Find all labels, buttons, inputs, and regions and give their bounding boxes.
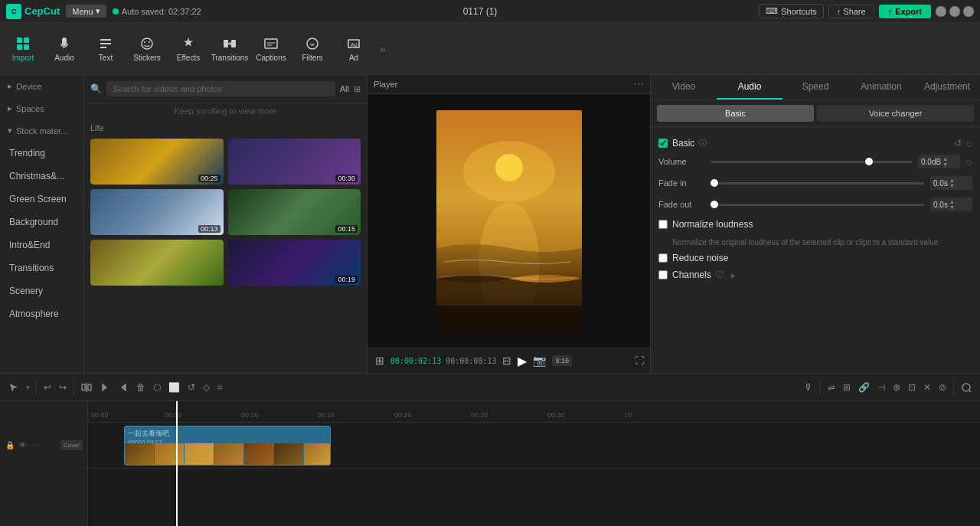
export-button[interactable]: ↑ Export bbox=[879, 5, 931, 18]
sidebar-item-atmosphere[interactable]: Atmosphere bbox=[0, 302, 83, 325]
media-thumb-3[interactable]: 00:13 bbox=[90, 189, 224, 235]
sidebar-item-transitions[interactable]: Transitions bbox=[0, 256, 83, 279]
tab-speed[interactable]: Speed bbox=[782, 75, 848, 100]
autosave-status: Auto saved: 02:37:22 bbox=[113, 7, 201, 16]
timeline-right-controls: 🎙 ⇌ ⊞ 🔗 ⊣ ⊕ ⊡ ✕ ⊘ bbox=[802, 380, 974, 395]
volume-slider[interactable] bbox=[710, 161, 912, 163]
tool-text[interactable]: Text bbox=[86, 26, 126, 72]
sidebar-section-device[interactable]: ▸ Device bbox=[0, 75, 83, 97]
tl-select-tool[interactable] bbox=[6, 380, 21, 395]
basic-checkbox[interactable] bbox=[658, 139, 668, 148]
tl-delete-button[interactable]: 🗑 bbox=[134, 380, 148, 395]
volume-diamond-button[interactable]: ◇ bbox=[966, 158, 972, 166]
tl-mute-button[interactable]: ⊘ bbox=[936, 380, 949, 395]
tool-effects[interactable]: Effects bbox=[168, 26, 208, 72]
filter-button[interactable]: ⊞ bbox=[354, 84, 361, 94]
player-segments-button[interactable]: ⊟ bbox=[501, 353, 513, 368]
track-cover-button[interactable]: Cover bbox=[60, 440, 83, 450]
tool-captions[interactable]: Captions bbox=[251, 26, 291, 72]
tl-trim-start-button[interactable] bbox=[97, 380, 113, 395]
basic-reset-button[interactable]: ↺ bbox=[954, 138, 962, 149]
tab-video[interactable]: Video bbox=[651, 75, 717, 100]
media-thumb-2[interactable]: 00:30 bbox=[228, 139, 361, 185]
tl-crop-button[interactable]: ⬡ bbox=[151, 380, 163, 395]
normalize-checkbox[interactable] bbox=[658, 220, 668, 229]
tl-link-button[interactable]: 🔗 bbox=[856, 380, 872, 395]
sidebar-item-intro-end[interactable]: Intro&End bbox=[0, 234, 83, 256]
tab-adjustment[interactable]: Adjustment bbox=[914, 75, 980, 100]
tool-import[interactable]: Import bbox=[3, 26, 43, 72]
fade-out-spin-up[interactable]: ▲ bbox=[949, 199, 955, 204]
wave-overlay bbox=[436, 286, 582, 332]
tl-pip-button[interactable]: ⊞ bbox=[841, 380, 853, 395]
channels-checkbox[interactable] bbox=[658, 270, 668, 279]
tl-trim-end-button[interactable] bbox=[116, 380, 131, 395]
tl-remove-button[interactable]: ✕ bbox=[921, 380, 933, 395]
tool-audio[interactable]: Audio bbox=[44, 26, 84, 72]
chevron-right-icon: ▸ bbox=[8, 81, 12, 91]
tool-ad[interactable]: Ad Ad bbox=[334, 26, 374, 72]
close-button[interactable] bbox=[963, 6, 974, 17]
fade-in-spin-up[interactable]: ▲ bbox=[949, 178, 955, 183]
tl-freeze-button[interactable]: ⬜ bbox=[166, 380, 182, 395]
share-button[interactable]: ↑ Share bbox=[828, 5, 874, 18]
volume-spin-down[interactable]: ▼ bbox=[942, 162, 948, 167]
clip-block[interactable]: 一起去看海吧 00000:08:13 bbox=[124, 426, 331, 466]
sidebar-item-christmas[interactable]: Christmas&... bbox=[0, 165, 83, 188]
search-input[interactable] bbox=[106, 81, 335, 96]
maximize-button[interactable] bbox=[949, 6, 960, 17]
player-menu-button[interactable]: ⋯ bbox=[633, 78, 644, 90]
tl-mic-button[interactable]: 🎙 bbox=[802, 380, 815, 395]
sidebar-item-trending[interactable]: Trending bbox=[0, 142, 83, 165]
player-camera-button[interactable]: 📷 bbox=[531, 353, 547, 368]
tl-grid-button[interactable]: ⌗ bbox=[215, 380, 225, 395]
reduce-noise-checkbox[interactable] bbox=[658, 253, 668, 263]
tool-filters[interactable]: Filters bbox=[292, 26, 332, 72]
tl-mirror-button[interactable]: ◇ bbox=[201, 380, 212, 395]
tool-transitions[interactable]: Transitions bbox=[210, 26, 250, 72]
media-thumb-4[interactable]: 00:15 bbox=[228, 189, 361, 235]
sidebar-item-background[interactable]: Background bbox=[0, 211, 83, 234]
fade-in-spin-down[interactable]: ▼ bbox=[949, 183, 955, 188]
right-buttons: ⌨ Shortcuts ↑ Share ↑ Export bbox=[759, 4, 974, 18]
tab-audio[interactable]: Audio bbox=[717, 75, 782, 100]
tl-redo-button[interactable]: ↪ bbox=[57, 380, 69, 395]
track-more-button[interactable]: ··· bbox=[31, 440, 38, 450]
channels-label: Channels bbox=[672, 270, 711, 280]
tool-stickers[interactable]: Stickers bbox=[127, 26, 167, 72]
basic-diamond-button[interactable]: ◇ bbox=[966, 139, 972, 148]
toolbar-more-button[interactable]: » bbox=[375, 26, 390, 72]
track-lock-button[interactable]: 🔒 bbox=[5, 440, 15, 450]
fade-out-slider[interactable] bbox=[710, 204, 924, 206]
tl-zoom-fit-button[interactable] bbox=[959, 380, 974, 395]
player-play-button[interactable]: ▶ bbox=[518, 354, 527, 368]
media-thumb-1[interactable]: 00:25 bbox=[90, 139, 224, 185]
sidebar-section-spaces[interactable]: ▸ Spaces bbox=[0, 97, 83, 119]
media-thumb-5[interactable] bbox=[90, 240, 224, 286]
media-thumb-6[interactable]: 00:19 bbox=[228, 240, 361, 286]
menu-button[interactable]: Menu ▾ bbox=[66, 5, 106, 18]
tab-animation[interactable]: Animation bbox=[848, 75, 914, 100]
all-label: All bbox=[340, 84, 349, 93]
fade-out-spin-down[interactable]: ▼ bbox=[949, 204, 955, 210]
player-aspect-ratio-button[interactable]: 9:16 bbox=[552, 355, 572, 366]
fade-in-slider[interactable] bbox=[710, 182, 924, 185]
tl-swap-button[interactable]: ⇌ bbox=[825, 380, 838, 395]
sub-tab-voice-changer[interactable]: Voice changer bbox=[817, 105, 974, 122]
player-grid-button[interactable]: ⊞ bbox=[374, 353, 386, 368]
sidebar-section-stock[interactable]: ▾ Stock mater... bbox=[0, 119, 83, 142]
shortcuts-button[interactable]: ⌨ Shortcuts bbox=[759, 4, 823, 18]
tl-split-button[interactable] bbox=[79, 380, 94, 395]
minimize-button[interactable] bbox=[936, 6, 946, 17]
tl-replace-button[interactable]: ⊡ bbox=[906, 380, 918, 395]
volume-spin-up[interactable]: ▲ bbox=[942, 156, 948, 162]
tl-undo-button[interactable]: ↩ bbox=[41, 380, 54, 395]
sidebar-item-scenery[interactable]: Scenery bbox=[0, 279, 83, 302]
tl-trim2-button[interactable]: ⊣ bbox=[875, 380, 887, 395]
tl-add-button[interactable]: ⊕ bbox=[890, 380, 903, 395]
track-visibility-button[interactable]: 👁 bbox=[18, 440, 28, 450]
sub-tab-basic[interactable]: Basic bbox=[657, 105, 814, 122]
sidebar-item-green-screen[interactable]: Green Screen bbox=[0, 188, 83, 211]
tl-rotate-button[interactable]: ↺ bbox=[185, 380, 198, 395]
player-fullscreen-button[interactable]: ⛶ bbox=[635, 355, 644, 366]
